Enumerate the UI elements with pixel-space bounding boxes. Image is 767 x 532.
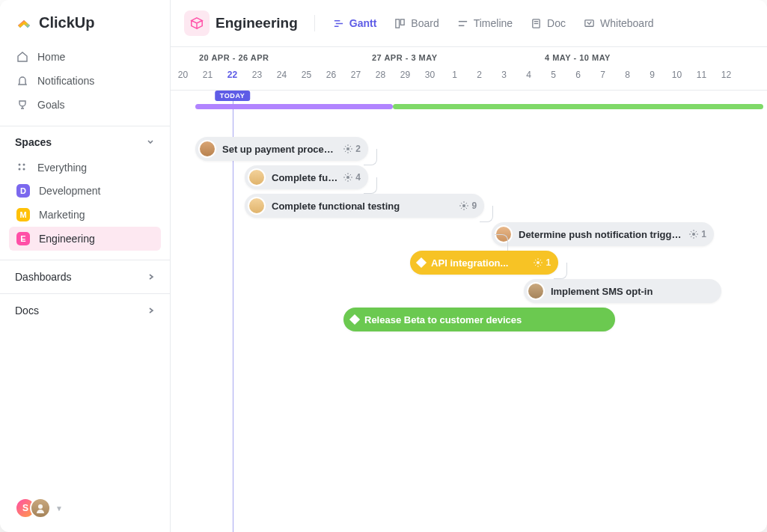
day-cell[interactable]: 1 <box>442 70 467 80</box>
day-cell[interactable]: 29 <box>393 70 418 80</box>
task-meta[interactable]: 4 <box>343 172 361 183</box>
subtask-count: 4 <box>355 172 361 183</box>
day-cell[interactable]: 20 <box>171 70 195 80</box>
day-cell[interactable]: 30 <box>418 70 442 80</box>
separator <box>314 15 315 31</box>
gantt-area[interactable]: TODAYSet up payment processing2Complete … <box>171 91 767 532</box>
subtask-count: 2 <box>355 144 361 154</box>
whiteboard-icon <box>584 18 595 29</box>
trophy-icon <box>16 99 28 111</box>
day-cell[interactable]: 22 <box>220 70 245 80</box>
doc-icon <box>531 18 542 29</box>
brand-name: ClickUp <box>39 14 94 31</box>
nav-label: Goals <box>37 99 65 111</box>
day-cell[interactable]: 26 <box>319 70 343 80</box>
task-meta[interactable]: 1 <box>534 257 551 268</box>
day-cell[interactable]: 11 <box>689 70 714 80</box>
gantt-task[interactable]: Determine push notification triggers1 <box>492 222 714 246</box>
svg-point-17 <box>346 176 349 179</box>
day-cell[interactable]: 12 <box>714 70 739 80</box>
nav-goals[interactable]: Goals <box>9 93 161 117</box>
grid-icon <box>16 162 28 174</box>
space-chip[interactable] <box>184 10 210 36</box>
spaces-header[interactable]: Spaces <box>0 126 170 156</box>
task-meta[interactable]: 9 <box>459 201 477 211</box>
day-cell[interactable]: 8 <box>615 70 640 80</box>
nav-home[interactable]: Home <box>9 45 161 69</box>
gantt-task[interactable]: API integration...1 <box>410 251 558 275</box>
gantt-task[interactable]: Implement SMS opt-in <box>524 279 721 303</box>
day-cell[interactable]: 10 <box>664 70 689 80</box>
view-tab-whiteboard[interactable]: Whiteboard <box>576 13 661 34</box>
svg-rect-9 <box>401 19 405 25</box>
view-tab-timeline[interactable]: Timeline <box>450 13 520 34</box>
svg-rect-15 <box>585 19 593 25</box>
task-meta[interactable]: 1 <box>689 229 706 239</box>
task-label: Complete functional testing <box>272 201 453 212</box>
timeline-header: 20 APR - 26 APR27 APR - 3 MAY4 MAY - 10 … <box>171 47 767 91</box>
space-label: Everything <box>37 162 87 174</box>
task-label: Set up payment processing <box>222 144 337 155</box>
week-label: 27 APR - 3 MAY <box>372 53 438 62</box>
day-cell[interactable]: 7 <box>590 70 615 80</box>
day-cell[interactable]: 9 <box>640 70 664 80</box>
svg-point-2 <box>19 168 21 171</box>
day-cell[interactable]: 28 <box>368 70 393 80</box>
board-icon <box>394 18 406 29</box>
spaces-list: Everything DDevelopmentMMarketingEEngine… <box>0 156 170 260</box>
gantt-task[interactable]: Set up payment processing2 <box>195 137 368 161</box>
day-cell[interactable]: 6 <box>566 70 590 80</box>
progress-segment <box>393 104 763 109</box>
dashboards-section[interactable]: Dashboards <box>0 260 170 293</box>
view-tab-gantt[interactable]: Gantt <box>326 13 385 34</box>
gantt-task[interactable]: Complete functio...4 <box>245 165 368 189</box>
assignee-avatar[interactable] <box>198 140 216 158</box>
subtask-count: 1 <box>546 257 551 268</box>
space-badge: D <box>16 184 30 198</box>
assignee-avatar[interactable] <box>248 168 266 186</box>
day-cell[interactable]: 25 <box>294 70 319 80</box>
day-cell[interactable]: 3 <box>492 70 516 80</box>
gantt-task[interactable]: Release Beta to customer devices <box>343 308 615 331</box>
nav-notifications[interactable]: Notifications <box>9 69 161 93</box>
presence-bar[interactable]: S ▼ <box>0 484 170 532</box>
cube-icon <box>190 16 204 30</box>
day-cell[interactable]: 2 <box>467 70 492 80</box>
day-cell[interactable]: 27 <box>343 70 368 80</box>
space-everything[interactable]: Everything <box>9 156 161 179</box>
task-label: Determine push notification triggers <box>519 229 683 240</box>
topbar: Engineering GanttBoardTimelineDocWhitebo… <box>171 0 767 47</box>
space-badge: M <box>16 208 30 221</box>
dependency-line <box>480 206 493 222</box>
nav-label: Notifications <box>37 75 94 87</box>
space-title: Engineering <box>216 15 298 31</box>
dependency-line <box>554 263 567 279</box>
docs-section[interactable]: Docs <box>0 293 170 327</box>
space-badge: E <box>16 232 30 245</box>
presence-avatar[interactable] <box>30 498 51 519</box>
assignee-avatar[interactable] <box>248 197 266 215</box>
space-item-marketing[interactable]: MMarketing <box>9 203 161 227</box>
svg-rect-8 <box>396 19 400 27</box>
day-cell[interactable]: 23 <box>245 70 269 80</box>
chevron-right-icon <box>147 305 155 317</box>
space-item-development[interactable]: DDevelopment <box>9 179 161 203</box>
nav-label: Home <box>37 51 65 63</box>
day-cell[interactable]: 5 <box>541 70 566 80</box>
view-label: Doc <box>547 17 566 29</box>
assignee-avatar[interactable] <box>527 282 545 300</box>
brand-logo[interactable]: ClickUp <box>0 0 170 42</box>
dependency-line <box>495 234 508 251</box>
view-tab-doc[interactable]: Doc <box>523 13 573 34</box>
day-cell[interactable]: 24 <box>269 70 294 80</box>
day-cell[interactable]: 4 <box>516 70 541 80</box>
gantt-task[interactable]: Complete functional testing9 <box>245 194 484 218</box>
bell-icon <box>16 75 28 87</box>
chevron-down-icon <box>146 135 155 149</box>
space-item-engineering[interactable]: EEngineering <box>9 227 161 251</box>
task-meta[interactable]: 2 <box>343 144 361 154</box>
milestone-icon <box>416 257 427 268</box>
gantt-icon <box>333 18 344 29</box>
day-cell[interactable]: 21 <box>195 70 220 80</box>
view-tab-board[interactable]: Board <box>387 13 446 34</box>
